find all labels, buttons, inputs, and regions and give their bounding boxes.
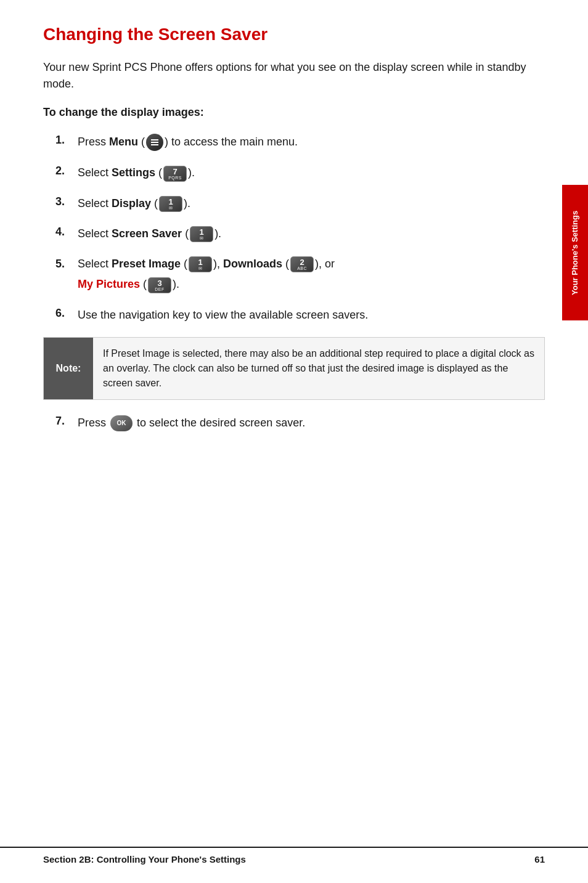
step-3-num: 3. <box>55 195 78 208</box>
step-1-num: 1. <box>55 134 78 147</box>
step-5-preset-image: Preset Image <box>112 258 181 270</box>
svg-rect-0 <box>151 139 158 140</box>
step-3-bold: Display <box>112 197 151 210</box>
footer-right: 61 <box>534 854 545 865</box>
footer-left: Section 2B: Controlling Your Phone's Set… <box>43 854 246 865</box>
step-2: 2. Select Settings ( 7 PQRS ). <box>43 165 545 181</box>
step-5: 5. Select Preset Image ( 1 ✉ ), Download… <box>43 256 545 293</box>
step-3-content: Select Display ( 1 ✉ ). <box>78 195 545 212</box>
preset-image-key-icon: 1 ✉ <box>189 256 212 272</box>
step-1-text-after: to access the main menu. <box>171 136 298 148</box>
step-5-my-pictures: My Pictures <box>78 278 140 290</box>
step-4-content: Select Screen Saver ( 1 ✉ ). <box>78 226 545 242</box>
step-2-num: 2. <box>55 165 78 177</box>
footer: Section 2B: Controlling Your Phone's Set… <box>0 847 588 865</box>
ok-button-icon: OK <box>110 415 133 431</box>
step-7-num: 7. <box>55 415 78 428</box>
step-4-num: 4. <box>55 226 78 238</box>
menu-button-icon <box>146 134 163 151</box>
menu-icon-svg <box>150 137 160 147</box>
side-tab: Your Phone's Settings <box>562 185 588 320</box>
settings-key-icon: 7 PQRS <box>163 166 187 182</box>
step-1-bold: Menu <box>109 136 138 148</box>
step-4: 4. Select Screen Saver ( 1 ✉ ). <box>43 226 545 242</box>
downloads-key-icon: 2 ABC <box>290 256 314 272</box>
screensaver-key-icon: 1 ✉ <box>190 226 213 242</box>
section-label: To change the display images: <box>43 106 545 119</box>
intro-text: Your new Sprint PCS Phone offers options… <box>43 59 545 92</box>
step-1: 1. Press Menu ( ) to access the main men… <box>43 134 545 151</box>
step-4-bold: Screen Saver <box>112 227 182 240</box>
step-5-num: 5. <box>55 258 78 271</box>
step-6: 6. Use the navigation key to view the av… <box>43 307 545 323</box>
step-6-content: Use the navigation key to view the avail… <box>78 307 545 323</box>
step-5-line1: 5. Select Preset Image ( 1 ✉ ), Download… <box>55 256 335 272</box>
step-2-content: Select Settings ( 7 PQRS ). <box>78 165 545 181</box>
steps-list: 1. Press Menu ( ) to access the main men… <box>43 134 545 323</box>
page-title: Changing the Screen Saver <box>43 25 545 44</box>
step-5-downloads: Downloads <box>223 258 282 270</box>
step-5-mypictures-content: My Pictures ( 3 DEF ). <box>78 276 179 293</box>
step-2-bold: Settings <box>112 166 155 179</box>
page-container: Your Phone's Settings Changing the Scree… <box>0 0 588 883</box>
step-1-content: Press Menu ( ) to access the main menu. <box>78 134 545 151</box>
step-7-content: Press OK to select the desired screen sa… <box>78 415 545 431</box>
note-label: Note: <box>44 338 93 399</box>
display-key-icon: 1 ✉ <box>159 196 182 212</box>
step-7-list: 7. Press OK to select the desired screen… <box>43 415 545 431</box>
step-5-line2: My Pictures ( 3 DEF ). <box>55 276 179 293</box>
note-content: If Preset Image is selected, there may a… <box>93 338 544 399</box>
step-7: 7. Press OK to select the desired screen… <box>43 415 545 431</box>
note-box: Note: If Preset Image is selected, there… <box>43 337 545 400</box>
svg-rect-2 <box>151 144 158 145</box>
step-3: 3. Select Display ( 1 ✉ ). <box>43 195 545 212</box>
my-pictures-key-icon: 3 DEF <box>148 277 171 293</box>
step-5-content: Select Preset Image ( 1 ✉ ), Downloads (… <box>78 256 335 272</box>
svg-rect-1 <box>151 142 158 143</box>
step-7-text-after: to select the desired screen saver. <box>137 417 305 429</box>
side-tab-label: Your Phone's Settings <box>570 210 581 295</box>
step-6-num: 6. <box>55 307 78 320</box>
